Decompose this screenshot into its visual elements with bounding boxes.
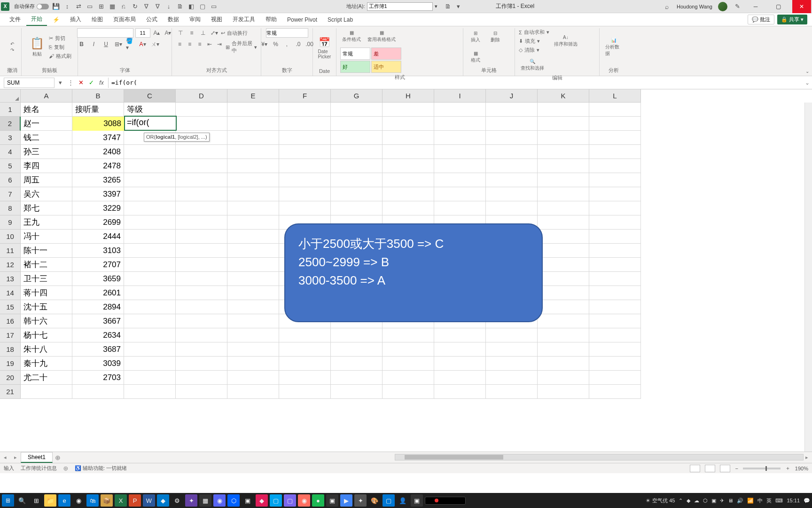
cell[interactable]	[124, 371, 176, 385]
cell[interactable]	[279, 342, 331, 357]
cell[interactable]	[486, 103, 538, 117]
maximize-button[interactable]: ▢	[770, 0, 787, 13]
vscode-icon[interactable]: ◆	[157, 494, 169, 507]
fx-icon[interactable]: fx	[97, 78, 106, 87]
cell[interactable]	[176, 103, 227, 117]
cell[interactable]	[486, 117, 538, 131]
cell[interactable]	[176, 286, 227, 300]
tab-formulas[interactable]: 公式	[141, 14, 162, 25]
font-color-icon[interactable]: A▾	[138, 40, 148, 49]
chrome-icon[interactable]: ◉	[72, 494, 85, 507]
tray-icon[interactable]: 🖥	[728, 498, 733, 503]
cell[interactable]	[538, 230, 589, 244]
cell[interactable]: 秦十九	[21, 357, 72, 371]
row-header[interactable]: 6	[0, 173, 21, 187]
task-view-icon[interactable]: ⊞	[30, 494, 42, 507]
name-box[interactable]	[4, 78, 55, 88]
cell[interactable]	[434, 173, 486, 187]
align-top-icon[interactable]: ⊤	[176, 28, 185, 38]
cell[interactable]	[124, 357, 176, 371]
currency-icon[interactable]: ¥▾	[260, 40, 269, 49]
app-icon[interactable]: ▦	[199, 494, 211, 507]
cell[interactable]	[434, 328, 486, 342]
tab-review[interactable]: 审阅	[185, 14, 205, 25]
cell[interactable]	[176, 244, 227, 258]
cell[interactable]	[538, 145, 589, 159]
cell[interactable]	[227, 215, 279, 230]
cell[interactable]	[434, 131, 486, 145]
align-center-icon[interactable]: ≡	[186, 40, 194, 49]
cell[interactable]	[538, 215, 589, 230]
cell[interactable]: 3103	[72, 244, 124, 258]
cell[interactable]	[124, 230, 176, 244]
cell[interactable]	[589, 159, 641, 173]
table-format-button[interactable]: ▦套用表格格式	[366, 28, 398, 45]
cell[interactable]	[589, 215, 641, 230]
tray-icon[interactable]: ◆	[687, 498, 690, 504]
cell[interactable]	[434, 371, 486, 385]
view-page-break-icon[interactable]	[720, 465, 730, 472]
word-icon[interactable]: W	[143, 494, 155, 507]
cell[interactable]: 孙三	[21, 145, 72, 159]
cell[interactable]	[331, 385, 383, 399]
address-dropdown-icon[interactable]: ▾	[435, 3, 437, 9]
sort-filter-button[interactable]: A↓排序和筛选	[552, 33, 579, 49]
cell[interactable]	[538, 300, 589, 314]
wrap-text-button[interactable]: ↩ 自动换行	[221, 28, 248, 38]
column-header[interactable]: H	[383, 89, 434, 103]
cell[interactable]	[383, 145, 434, 159]
tab-help[interactable]: 帮助	[261, 14, 281, 25]
collapse-ribbon-icon[interactable]: ⌄	[805, 69, 809, 74]
cell[interactable]	[227, 342, 279, 357]
cell[interactable]	[434, 103, 486, 117]
cell[interactable]: 2408	[72, 145, 124, 159]
cell[interactable]	[279, 371, 331, 385]
cell[interactable]	[227, 145, 279, 159]
status-accessibility[interactable]: ♿ 辅助功能: 一切就绪	[75, 465, 127, 472]
cell[interactable]	[124, 215, 176, 230]
horizontal-scrollbar[interactable]	[395, 454, 804, 460]
cell[interactable]	[124, 286, 176, 300]
column-header[interactable]: J	[486, 89, 538, 103]
cell[interactable]	[227, 159, 279, 173]
row-header[interactable]: 1	[0, 103, 21, 117]
cancel-icon[interactable]: ✕	[76, 78, 86, 87]
row-header[interactable]: 15	[0, 300, 21, 314]
cell[interactable]	[227, 272, 279, 286]
increase-font-icon[interactable]: A▴	[152, 28, 162, 38]
cell[interactable]	[124, 300, 176, 314]
cell[interactable]	[124, 145, 176, 159]
phonetic-icon[interactable]: ㄨ▾	[150, 40, 160, 49]
app-icon[interactable]: ✦	[354, 494, 367, 507]
cell[interactable]	[176, 371, 227, 385]
cell[interactable]	[176, 300, 227, 314]
cell[interactable]: 卫十三	[21, 272, 72, 286]
cell[interactable]	[589, 103, 641, 117]
app-icon[interactable]: ●	[312, 494, 324, 507]
save-icon[interactable]: 💾	[52, 2, 60, 11]
name-box-dropdown-icon[interactable]: ▾	[55, 78, 65, 87]
cell[interactable]	[331, 342, 383, 357]
orientation-icon[interactable]: ⤢▾	[210, 28, 219, 38]
comments-button[interactable]: 💬 批注	[748, 15, 774, 24]
cell[interactable]	[538, 117, 589, 131]
cell[interactable]	[279, 103, 331, 117]
worksheet-grid[interactable]: ABCDEFGHIJKL 123456789101112131415161718…	[0, 89, 812, 452]
cell[interactable]	[383, 371, 434, 385]
start-button[interactable]: ⊞	[2, 494, 14, 507]
tab-developer[interactable]: 开发工具	[228, 14, 260, 25]
cell[interactable]	[279, 385, 331, 399]
cell[interactable]	[538, 342, 589, 357]
cell[interactable]: 2634	[72, 328, 124, 342]
qat-icon[interactable]: ↻	[131, 2, 139, 11]
qat-icon[interactable]: ▦	[108, 2, 117, 11]
active-edit-cell[interactable]: =if(or(	[124, 116, 177, 131]
cell[interactable]: 2444	[72, 230, 124, 244]
row-header[interactable]: 16	[0, 314, 21, 328]
cell[interactable]	[589, 187, 641, 201]
cell[interactable]	[227, 385, 279, 399]
cell[interactable]	[227, 117, 279, 131]
formula-input[interactable]	[108, 78, 803, 88]
cell[interactable]	[124, 258, 176, 272]
cell[interactable]	[331, 173, 383, 187]
